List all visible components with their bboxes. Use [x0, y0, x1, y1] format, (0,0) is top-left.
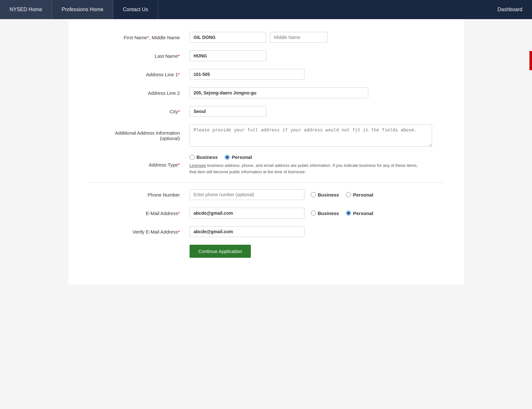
last-name-input[interactable]	[190, 50, 266, 61]
email-personal-radio[interactable]	[346, 211, 351, 216]
address1-label: Address Line 1*	[87, 72, 190, 77]
additional-address-label: Additional Address Information (optional…	[87, 130, 190, 141]
address-type-section: Business Personal Licensee business addr…	[190, 154, 426, 175]
licensee-note: Licensee business address, phone, and em…	[190, 162, 426, 175]
licensee-link[interactable]: Licensee	[190, 163, 206, 168]
nysed-home-link[interactable]: NYSED Home	[0, 0, 52, 19]
email-input[interactable]	[190, 208, 304, 219]
address-type-business-radio[interactable]	[190, 155, 195, 160]
email-business-radio[interactable]	[311, 211, 316, 216]
phone-personal-radio[interactable]	[346, 192, 351, 197]
phone-row: Phone Number Business Personal	[87, 189, 445, 200]
continue-fields: Continue Application	[190, 245, 445, 258]
navbar: NYSED Home Professions Home Contact Us D…	[0, 0, 532, 19]
email-personal-label[interactable]: Personal	[346, 211, 373, 216]
phone-business-label[interactable]: Business	[311, 192, 339, 197]
first-name-input[interactable]	[190, 32, 266, 43]
main-form: First Name*, Middle Name Last Name* Addr…	[68, 19, 464, 285]
email-row: E-Mail Address* Business Personal	[87, 208, 445, 219]
last-name-fields	[190, 50, 445, 61]
phone-type-radio-group: Business Personal	[311, 192, 378, 197]
continue-row: Continue Application	[87, 245, 445, 258]
verify-email-row: Verify E-Mail Address*	[87, 226, 445, 237]
phone-personal-label[interactable]: Personal	[346, 192, 373, 197]
email-type-radio-group: Business Personal	[311, 211, 378, 216]
city-fields	[190, 106, 445, 117]
dashboard-link[interactable]: Dashboard	[488, 0, 532, 19]
verify-email-input[interactable]	[190, 226, 304, 237]
first-middle-name-label: First Name*, Middle Name	[87, 35, 190, 40]
address-type-business-label[interactable]: Business	[190, 154, 218, 160]
last-name-label: Last Name*	[87, 53, 190, 59]
last-name-row: Last Name*	[87, 50, 445, 61]
address2-input[interactable]	[190, 87, 368, 98]
phone-fields: Business Personal	[190, 189, 378, 200]
professions-home-link[interactable]: Professions Home	[52, 0, 113, 19]
address-type-label: Address Type*	[87, 162, 190, 167]
phone-input[interactable]	[190, 189, 304, 200]
verify-email-fields	[190, 226, 445, 237]
address-type-personal-label[interactable]: Personal	[225, 154, 252, 160]
city-label: City*	[87, 109, 190, 114]
verify-email-label: Verify E-Mail Address*	[87, 229, 190, 234]
address1-input[interactable]	[190, 69, 304, 80]
city-input[interactable]	[190, 106, 266, 117]
email-label: E-Mail Address*	[87, 211, 190, 216]
additional-address-textarea[interactable]	[190, 124, 432, 147]
first-middle-name-fields	[190, 32, 445, 43]
address-type-personal-radio[interactable]	[225, 155, 230, 160]
address2-label: Address Line 2	[87, 90, 190, 96]
email-fields: Business Personal	[190, 208, 378, 219]
address-type-radio-group: Business Personal	[190, 154, 426, 160]
additional-address-row: Additional Address Information (optional…	[87, 124, 445, 147]
address1-row: Address Line 1*	[87, 69, 445, 80]
city-row: City*	[87, 106, 445, 117]
middle-name-input[interactable]	[270, 32, 327, 43]
address-type-row: Address Type* Business Personal Licensee…	[87, 154, 445, 175]
continue-application-button[interactable]: Continue Application	[190, 245, 251, 258]
scroll-indicator	[529, 51, 532, 70]
phone-label: Phone Number	[87, 192, 190, 197]
first-middle-name-row: First Name*, Middle Name	[87, 32, 445, 43]
additional-address-fields	[190, 124, 445, 147]
section-divider	[87, 182, 445, 183]
address1-fields	[190, 69, 445, 80]
contact-us-link[interactable]: Contact Us	[113, 0, 158, 19]
phone-business-radio[interactable]	[311, 192, 316, 197]
email-business-label[interactable]: Business	[311, 211, 339, 216]
address2-fields	[190, 87, 445, 98]
address2-row: Address Line 2	[87, 87, 445, 98]
